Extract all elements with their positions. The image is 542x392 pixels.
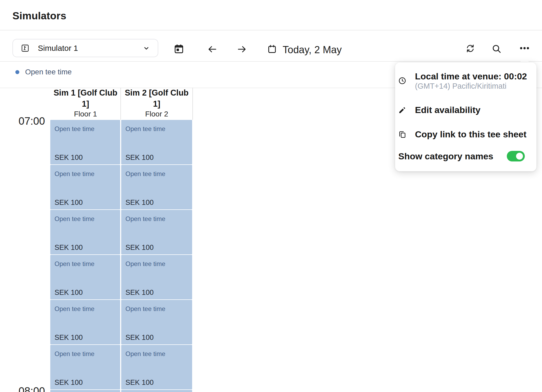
jump-to-date-button[interactable] [174, 44, 184, 54]
refresh-icon [465, 43, 475, 53]
local-time-title: Local time at venue: 00:02 [415, 71, 527, 82]
open-tee-time-dot [15, 70, 19, 74]
local-time-timezone: (GMT+14) Pacific/Kiritimati [415, 82, 527, 91]
tee-time-slot[interactable]: Open tee timeSEK 100 [50, 120, 120, 164]
tee-time-slot[interactable]: Open tee timeSEK 100 [121, 300, 192, 344]
current-date-label[interactable]: Today, 2 May [283, 44, 342, 56]
grid-right-border [192, 88, 193, 120]
tee-time-slot[interactable]: Open tee timeSEK 100 [50, 390, 120, 392]
tee-time-slot-label: Open tee time [55, 350, 116, 358]
column-header-sim2: Sim 2 [Golf Club 1] Floor 2 [121, 88, 192, 120]
tee-time-slot-price: SEK 100 [125, 334, 188, 342]
tee-time-slot-price: SEK 100 [125, 289, 188, 297]
arrow-right-icon [237, 44, 247, 55]
resource-selector-label: Simulator 1 [38, 44, 142, 53]
menu-item-label: Copy link to this tee sheet [415, 129, 526, 139]
time-label-0800: 08:00 [3, 386, 45, 392]
tee-time-slot-price: SEK 100 [55, 244, 116, 252]
menu-item-label: Edit availability [415, 105, 481, 115]
tee-time-slot-label: Open tee time [125, 305, 188, 313]
legend: Open tee time [15, 68, 72, 76]
clock-icon [398, 77, 406, 85]
column-header-sim1: Sim 1 [Golf Club 1] Floor 1 [50, 88, 121, 120]
show-category-names-row: Show category names [398, 151, 525, 161]
page-title: Simulators [12, 10, 66, 22]
time-label-0700: 07:00 [3, 116, 45, 126]
show-category-names-toggle[interactable] [507, 151, 525, 161]
toggle-label: Show category names [398, 151, 493, 161]
menu-item-copy-link[interactable]: Copy link to this tee sheet [398, 129, 526, 139]
date-picker-button[interactable] [267, 44, 277, 54]
legend-label: Open tee time [25, 68, 72, 76]
refresh-button[interactable] [465, 43, 475, 53]
tee-time-slot-label: Open tee time [125, 170, 188, 178]
header-divider [0, 30, 542, 30]
pencil-icon [398, 106, 406, 114]
column-divider [120, 88, 121, 120]
tee-time-slot-label: Open tee time [55, 305, 116, 313]
tee-time-slot[interactable]: Open tee timeSEK 100 [50, 345, 120, 389]
search-button[interactable] [491, 43, 502, 54]
tee-time-slot-price: SEK 100 [125, 199, 188, 207]
tee-time-slot-price: SEK 100 [55, 154, 116, 162]
tee-time-slot[interactable]: Open tee timeSEK 100 [121, 120, 192, 164]
toolbar-divider [0, 61, 542, 62]
options-menu: Local time at venue: 00:02 (GMT+14) Paci… [395, 62, 536, 171]
tee-time-slot-label: Open tee time [125, 215, 188, 223]
tee-time-slot[interactable]: Open tee timeSEK 100 [50, 165, 120, 209]
tee-time-slot-price: SEK 100 [125, 244, 188, 252]
tee-time-slot[interactable]: Open tee timeSEK 100 [121, 165, 192, 209]
tee-time-slot[interactable]: Open tee timeSEK 100 [50, 300, 120, 344]
tee-time-slot-label: Open tee time [125, 260, 188, 268]
tee-time-slot-price: SEK 100 [125, 154, 188, 162]
local-time-text: Local time at venue: 00:02 (GMT+14) Paci… [415, 71, 527, 91]
local-time-row: Local time at venue: 00:02 (GMT+14) Paci… [398, 71, 527, 91]
tee-time-slot[interactable]: Open tee timeSEK 100 [121, 210, 192, 254]
column-subtitle: Floor 2 [145, 110, 168, 118]
resource-selector-dropdown[interactable]: Simulator 1 [12, 39, 158, 57]
simulator-icon [21, 44, 29, 52]
search-icon [491, 43, 502, 54]
previous-day-button[interactable] [207, 44, 218, 55]
tee-time-slot-label: Open tee time [55, 260, 116, 268]
column-title: Sim 1 [Golf Club 1] [50, 87, 121, 110]
more-options-button[interactable] [519, 43, 530, 53]
ellipsis-icon [519, 43, 530, 53]
toggle-knob [516, 153, 523, 160]
menu-item-edit-availability[interactable]: Edit availability [398, 105, 481, 115]
column-subtitle: Floor 1 [74, 110, 97, 118]
tee-time-slot-label: Open tee time [125, 125, 188, 133]
tee-time-slot-price: SEK 100 [55, 379, 116, 387]
calendar-select-icon [174, 44, 184, 54]
tee-time-slot[interactable]: Open tee timeSEK 100 [50, 255, 120, 299]
tee-time-slot-label: Open tee time [125, 350, 188, 358]
calendar-icon [267, 44, 277, 54]
tee-time-slot[interactable]: Open tee timeSEK 100 [121, 255, 192, 299]
tee-sheet-app: Simulators Simulator 1 [0, 0, 542, 392]
tee-time-slot-label: Open tee time [55, 125, 116, 133]
tee-time-slot[interactable]: Open tee timeSEK 100 [121, 390, 192, 392]
tee-time-slot-price: SEK 100 [55, 289, 116, 297]
tee-time-slot[interactable]: Open tee timeSEK 100 [50, 210, 120, 254]
arrow-left-icon [207, 44, 218, 55]
next-day-button[interactable] [237, 44, 247, 55]
column-title: Sim 2 [Golf Club 1] [121, 87, 192, 110]
tee-time-slot-price: SEK 100 [55, 334, 116, 342]
chevron-down-icon [142, 44, 150, 52]
copy-icon [398, 130, 406, 138]
tee-time-slot-label: Open tee time [55, 170, 116, 178]
tee-time-slot-label: Open tee time [55, 215, 116, 223]
tee-time-slot[interactable]: Open tee timeSEK 100 [121, 345, 192, 389]
tee-time-slot-price: SEK 100 [55, 199, 116, 207]
tee-time-slot-price: SEK 100 [125, 379, 188, 387]
